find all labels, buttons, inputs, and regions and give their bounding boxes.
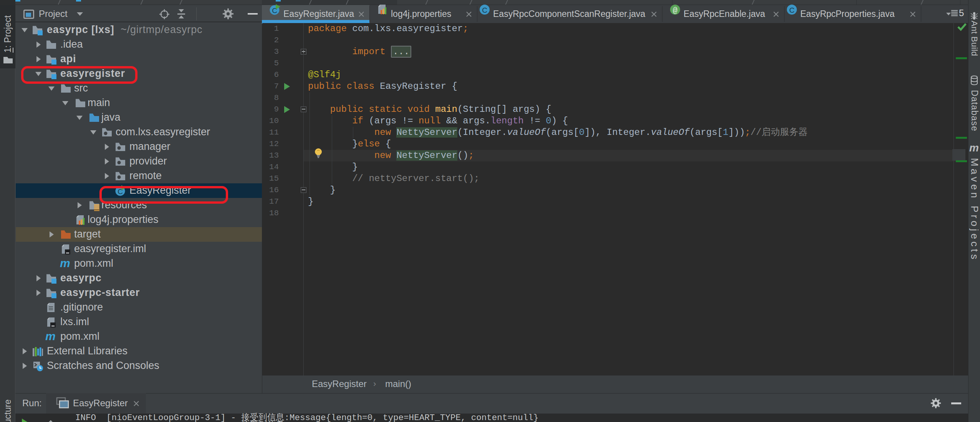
- svg-text:C: C: [789, 6, 795, 14]
- svg-text:@: @: [673, 6, 677, 15]
- svg-text:C: C: [482, 6, 487, 14]
